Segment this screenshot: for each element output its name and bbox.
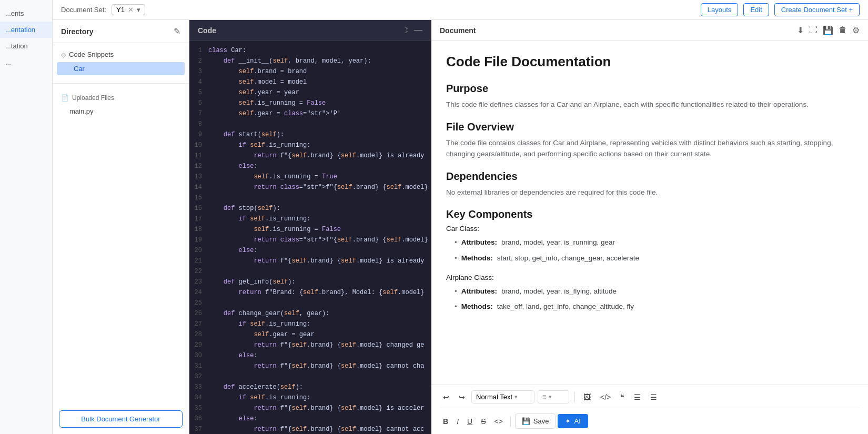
directory-item-main-py[interactable]: main.py — [53, 105, 189, 118]
table-row: 22 — [189, 266, 431, 277]
document-panel: Document ⬇ ⛶ 💾 🗑 ⚙ Code File Documentati… — [431, 20, 868, 434]
document-header-icons: ⬇ ⛶ 💾 🗑 ⚙ — [797, 25, 860, 35]
quote-icon: ❝ — [620, 393, 624, 401]
doc-set-select[interactable]: Y1 ✕ ▾ — [112, 4, 145, 15]
settings-icon[interactable]: ⚙ — [852, 25, 860, 35]
line-code: self.is_running = True — [208, 171, 337, 182]
align-caret: ▾ — [549, 393, 552, 400]
save-button[interactable]: 💾 Save — [515, 413, 556, 429]
ai-button[interactable]: ✦ AI — [558, 414, 588, 428]
file-icon: 📄 — [61, 94, 69, 102]
toolbar-divider-1 — [574, 392, 575, 402]
line-number: 27 — [189, 319, 208, 329]
line-code: def stop(self): — [208, 203, 280, 214]
download-icon[interactable]: ⬇ — [797, 25, 804, 35]
code-header: Code ☽ — — [189, 20, 431, 41]
table-row: 37 return f"{self.brand} {self.model} ca… — [189, 424, 431, 434]
sidebar-item-tation[interactable]: ...tation — [0, 38, 52, 54]
line-code: if self.is_running: — [208, 392, 310, 403]
align-select[interactable]: ≡ ▾ — [538, 390, 569, 403]
inline-code-button[interactable]: <> — [491, 415, 506, 428]
minus-icon[interactable]: — — [414, 25, 422, 35]
sidebar-item-ents[interactable]: ...ents — [0, 5, 52, 22]
image-button[interactable]: 🖼 — [580, 391, 594, 403]
table-row: 6 self.is_running = False — [189, 98, 431, 108]
fullscreen-icon[interactable]: ⛶ — [809, 25, 817, 35]
table-row: 11 return f"{self.brand} {self.model} is… — [189, 150, 431, 161]
line-number: 21 — [189, 256, 208, 266]
line-number: 3 — [189, 66, 208, 77]
line-number: 16 — [189, 203, 208, 214]
strikethrough-button[interactable]: S — [478, 415, 489, 428]
car-class-label: Car Class: — [446, 225, 853, 233]
directory-item-car[interactable]: Car — [57, 62, 185, 75]
line-number: 6 — [189, 98, 208, 108]
doc-key-components-heading: Key Components — [446, 208, 853, 220]
table-row: 1class Car: — [189, 45, 431, 56]
line-code: else: — [208, 350, 258, 361]
table-row: 30 else: — [189, 350, 431, 361]
table-row: 28 self.gear = gear — [189, 329, 431, 340]
table-row: 14 return class="str">f"{self.brand} {se… — [189, 182, 431, 193]
line-code: self.brand = brand — [208, 66, 307, 77]
line-code: return f"{self.brand} {self.model} canno… — [208, 361, 425, 371]
line-code: def __init__(self, brand, model, year): — [208, 56, 371, 66]
doc-set-label: Document Set: — [61, 6, 106, 14]
list-ul-icon: ☰ — [634, 393, 641, 401]
line-number: 13 — [189, 171, 208, 182]
table-row: 16 def stop(self): — [189, 203, 431, 214]
list-unordered-button[interactable]: ☰ — [631, 391, 644, 403]
toolbar-row2: B I U S <> 💾 Save — [440, 413, 860, 429]
italic-button[interactable]: I — [453, 415, 462, 428]
uploaded-files-section: 📄 Uploaded Files main.py — [53, 87, 189, 122]
line-code: return f"{self.brand} {self.model} canno… — [208, 424, 425, 434]
table-row: 23 def get_info(self): — [189, 277, 431, 287]
text-style-select[interactable]: Normal Text ▾ — [471, 390, 534, 403]
code-content[interactable]: 1class Car:2 def __init__(self, brand, m… — [189, 41, 431, 434]
create-document-set-button[interactable]: Create Document Set + — [774, 3, 860, 16]
layouts-button[interactable]: Layouts — [701, 3, 739, 16]
directory-edit-icon[interactable]: ✎ — [174, 26, 180, 36]
edit-button[interactable]: Edit — [743, 3, 769, 16]
moon-icon[interactable]: ☽ — [401, 25, 409, 35]
bold-button[interactable]: B — [440, 415, 451, 428]
left-sidebar: ...ents ...entation ...tation ... — [0, 0, 53, 434]
line-code: return class="str">f"{self.brand} {self.… — [208, 235, 431, 245]
underline-button[interactable]: U — [464, 415, 476, 428]
line-number: 11 — [189, 150, 208, 161]
sidebar-item-entation[interactable]: ...entation — [0, 22, 52, 38]
table-row: 34 if self.is_running: — [189, 392, 431, 403]
line-code: return f"{self.brand} {self.model} chang… — [208, 340, 425, 350]
line-number: 12 — [189, 161, 208, 171]
line-number: 28 — [189, 329, 208, 340]
line-number: 23 — [189, 277, 208, 287]
code-block-button[interactable]: </> — [597, 391, 614, 403]
line-code: else: — [208, 161, 258, 171]
list-ordered-button[interactable]: ☰ — [647, 391, 660, 403]
code-snippets-group[interactable]: ◇ Code Snippets — [53, 47, 189, 62]
line-code: self.gear = gear — [208, 329, 315, 340]
undo-button[interactable]: ↩ — [440, 391, 452, 403]
save-doc-icon[interactable]: 💾 — [823, 25, 833, 35]
chevron-down-icon[interactable]: ▾ — [137, 6, 140, 14]
table-row: 10 if self.is_running: — [189, 140, 431, 150]
redo-button[interactable]: ↪ — [456, 391, 468, 403]
delete-icon[interactable]: 🗑 — [839, 25, 847, 35]
sidebar-item-s[interactable]: ... — [0, 54, 52, 70]
text-style-caret: ▾ — [514, 393, 518, 400]
line-number: 29 — [189, 340, 208, 350]
doc-purpose-body: This code file defines classes for a Car… — [446, 99, 853, 110]
line-code: self.model = model — [208, 77, 307, 87]
line-code: if self.is_running: — [208, 140, 310, 150]
uploaded-files-label: 📄 Uploaded Files — [53, 91, 189, 105]
table-row: 13 self.is_running = True — [189, 171, 431, 182]
table-row: 4 self.model = model — [189, 77, 431, 87]
table-row: 24 return f"Brand: {self.brand}, Model: … — [189, 287, 431, 298]
bulk-document-generator-button[interactable]: Bulk Document Generator — [59, 410, 183, 428]
line-number: 7 — [189, 108, 208, 119]
line-number: 8 — [189, 119, 208, 129]
close-icon[interactable]: ✕ — [128, 6, 134, 14]
line-number: 1 — [189, 45, 208, 56]
table-row: 27 if self.is_running: — [189, 319, 431, 329]
quote-button[interactable]: ❝ — [617, 391, 628, 403]
